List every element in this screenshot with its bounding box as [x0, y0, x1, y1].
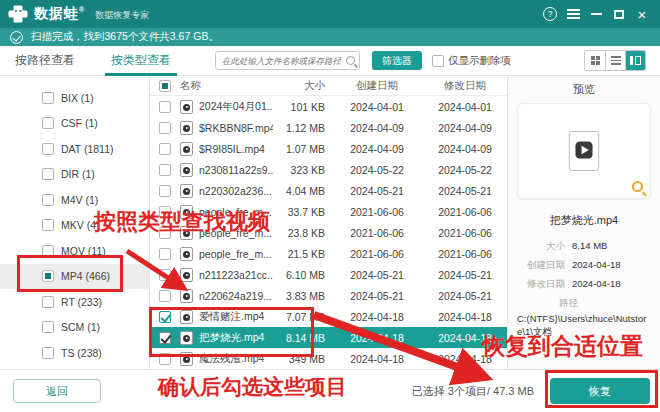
search-icon[interactable]	[346, 56, 355, 65]
table-row[interactable]: n220624a219...3.83 MB2024-05-212024-05-2…	[150, 285, 507, 306]
sidebar-item-dat[interactable]: DAT (1811)	[0, 136, 149, 162]
list-view-button[interactable]	[605, 51, 625, 70]
file-name: n211223a21cc...	[199, 269, 273, 281]
file-name: n230811a22s9...	[199, 164, 273, 176]
list-view-icon	[611, 56, 621, 65]
table-row[interactable]: people_fre_m...33.7 KB2021-06-062021-06-…	[150, 201, 507, 222]
show-deleted-only[interactable]: 仅显示删除项	[432, 54, 511, 68]
help-button[interactable]: ?	[540, 4, 560, 24]
sidebar-item-checkbox[interactable]	[42, 168, 54, 180]
select-all-checkbox[interactable]	[159, 80, 171, 92]
maximize-button[interactable]	[609, 4, 629, 24]
row-checkbox[interactable]	[159, 353, 171, 365]
search-input[interactable]	[222, 56, 346, 66]
sidebar-item-checkbox[interactable]	[42, 194, 54, 206]
file-modified-date: 2024-05-21	[423, 290, 507, 302]
table-row[interactable]: 魔法残渣.mp4349 MB2024-04-182024-04-18	[150, 348, 507, 369]
table-row[interactable]: n220302a236...4.04 MB2024-05-212024-05-2…	[150, 180, 507, 201]
file-created-date: 2024-05-21	[331, 269, 423, 281]
sidebar-item-checkbox[interactable]	[42, 92, 54, 104]
table-row[interactable]: $RKBBN8F.mp41.12 MB2024-04-092024-04-09	[150, 117, 507, 138]
sidebar-item-checkbox[interactable]	[42, 143, 54, 155]
show-deleted-only-checkbox[interactable]	[432, 55, 444, 67]
file-size: 23.8 KB	[273, 227, 331, 239]
sidebar-item-mkv[interactable]: MKV (4)	[0, 213, 149, 239]
table-row[interactable]: 把梦烧光.mp48.14 MB2024-04-182024-04-18	[150, 327, 507, 348]
sidebar-item-checkbox[interactable]	[42, 270, 54, 282]
table-row[interactable]: n211223a21cc...6.10 MB2024-05-212024-05-…	[150, 264, 507, 285]
file-size: 4.04 MB	[273, 185, 331, 197]
row-checkbox[interactable]	[159, 164, 171, 176]
table-row[interactable]: 2024年04月01...101 KB2024-04-012024-04-01	[150, 96, 507, 117]
file-modified-date: 2024-04-09	[423, 122, 507, 134]
row-checkbox[interactable]	[159, 143, 171, 155]
preview-field: 大小8.14 MB	[517, 240, 651, 253]
file-modified-date: 2024-05-22	[423, 164, 507, 176]
detail-view-button[interactable]	[625, 51, 645, 70]
sidebar-item-ts[interactable]: TS (238)	[0, 340, 149, 366]
minimize-button[interactable]	[586, 4, 606, 24]
sidebar-item-bix[interactable]: BIX (1)	[0, 85, 149, 111]
video-file-preview-icon	[565, 129, 603, 173]
file-name: $R9I85IL.mp4	[199, 143, 273, 155]
row-checkbox[interactable]	[159, 122, 171, 134]
close-button[interactable]: ×	[632, 4, 652, 24]
header-modified[interactable]: 修改日期	[423, 79, 507, 93]
file-created-date: 2024-04-18	[331, 332, 423, 344]
search-box[interactable]	[215, 51, 360, 70]
file-size: 21.5 KB	[273, 248, 331, 260]
file-name: $RKBBN8F.mp4	[199, 122, 273, 134]
header-size[interactable]: 大小	[273, 79, 331, 93]
back-button[interactable]: 返回	[13, 379, 101, 403]
filter-button[interactable]: 筛选器	[372, 51, 422, 70]
row-checkbox[interactable]	[159, 185, 171, 197]
file-modified-date: 2024-05-21	[423, 269, 507, 281]
file-created-date: 2024-04-09	[331, 122, 423, 134]
grid-view-icon	[591, 56, 600, 65]
row-checkbox[interactable]	[159, 311, 171, 323]
sidebar-item-csf[interactable]: CSF (1)	[0, 111, 149, 137]
sidebar-item-m4v[interactable]: M4V (1)	[0, 187, 149, 213]
header-created[interactable]: 创建日期	[331, 79, 423, 93]
sidebar-item-checkbox[interactable]	[42, 117, 54, 129]
row-checkbox[interactable]	[159, 332, 171, 344]
sidebar-item-scm[interactable]: SCM (1)	[0, 315, 149, 341]
video-file-icon	[180, 163, 193, 177]
recover-button[interactable]: 恢复	[550, 378, 650, 404]
table-row[interactable]: $R9I85IL.mp41.07 MB2024-04-092024-04-09	[150, 138, 507, 159]
sidebar-item-checkbox[interactable]	[42, 245, 54, 257]
file-name: people_fre_m...	[199, 227, 273, 239]
preview-card	[517, 103, 651, 199]
preview-field-label: 大小	[517, 240, 565, 253]
row-checkbox[interactable]	[159, 227, 171, 239]
row-checkbox[interactable]	[159, 206, 171, 218]
sidebar-item-checkbox[interactable]	[42, 347, 54, 359]
row-checkbox[interactable]	[159, 269, 171, 281]
header-name[interactable]: 名称	[180, 79, 273, 93]
file-created-date: 2024-04-18	[331, 311, 423, 323]
sidebar-item-checkbox[interactable]	[42, 219, 54, 231]
sidebar-item-checkbox[interactable]	[42, 296, 54, 308]
sidebar-item-rt[interactable]: RT (233)	[0, 289, 149, 315]
sidebar-item-mp4[interactable]: MP4 (466)	[0, 264, 149, 290]
sidebar-item-checkbox[interactable]	[42, 321, 54, 333]
sidebar-item-mov[interactable]: MOV (11)	[0, 238, 149, 264]
tab-view-by-type[interactable]: 按类型查看	[111, 46, 171, 76]
table-row[interactable]: n230811a22s9...323 KB2024-05-222024-05-2…	[150, 159, 507, 180]
row-checkbox[interactable]	[159, 248, 171, 260]
video-file-icon	[180, 205, 193, 219]
sidebar-item-dir[interactable]: DIR (1)	[0, 162, 149, 188]
table-row[interactable]: 爱情赌注.mp47.07 MB2024-04-182024-04-18	[150, 306, 507, 327]
table-row[interactable]: people_fre_m...21.5 KB2021-06-062021-06-…	[150, 243, 507, 264]
tab-view-by-path[interactable]: 按路径查看	[15, 46, 75, 76]
row-checkbox[interactable]	[159, 290, 171, 302]
preview-zoom-icon[interactable]	[632, 181, 643, 192]
table-row[interactable]: people_fre_m...23.8 KB2021-06-062021-06-…	[150, 222, 507, 243]
grid-view-button[interactable]	[585, 51, 605, 70]
file-created-date: 2021-06-06	[331, 206, 423, 218]
menu-button[interactable]	[563, 4, 583, 24]
file-modified-date: 2021-06-06	[423, 206, 507, 218]
file-created-date: 2024-05-22	[331, 164, 423, 176]
sidebar-item-label: RT (233)	[61, 296, 102, 308]
row-checkbox[interactable]	[159, 101, 171, 113]
